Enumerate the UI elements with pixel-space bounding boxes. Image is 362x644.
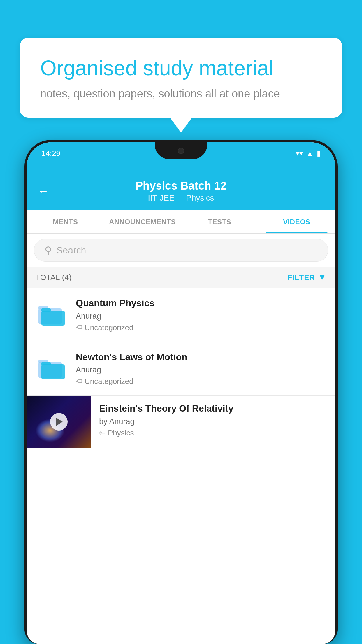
- video-title: Quantum Physics: [76, 297, 326, 309]
- play-button[interactable]: [50, 413, 68, 430]
- signal-icon: ▲: [306, 149, 313, 158]
- phone-inner: 14:29 ▾▾ ▲ ▮ ← Physics Batch 12 IIT JEE: [27, 142, 335, 644]
- speech-bubble-container: Organised study material notes, question…: [20, 38, 342, 118]
- video-author: Anurag: [76, 312, 326, 321]
- back-button[interactable]: ←: [37, 184, 49, 197]
- svg-rect-2: [41, 311, 65, 326]
- tag-icon: 🏷: [76, 378, 82, 385]
- tag-label: Uncategorized: [85, 377, 133, 386]
- video-author: Anurag: [76, 365, 326, 374]
- tag-label: Uncategorized: [85, 323, 133, 332]
- filter-label: FILTER: [287, 273, 315, 282]
- svg-rect-7: [41, 362, 51, 365]
- search-bar[interactable]: ⚲ Search: [34, 239, 328, 262]
- tag-icon: 🏷: [76, 324, 82, 331]
- header-subtitle: IIT JEE Physics: [145, 193, 217, 203]
- folder-icon-wrapper: [36, 352, 68, 384]
- video-tag: 🏷 Uncategorized: [76, 323, 326, 332]
- video-title: Newton's Laws of Motion: [76, 351, 326, 363]
- tag-label: Physics: [108, 428, 134, 438]
- notch-bar: 14:29 ▾▾ ▲ ▮: [27, 142, 335, 172]
- header-subtitle-iitjee: IIT JEE: [148, 193, 174, 202]
- speech-bubble-title: Organised study material: [40, 55, 322, 80]
- video-title: Einstein's Theory Of Relativity: [99, 402, 328, 415]
- filter-row: TOTAL (4) FILTER ▼: [27, 267, 335, 288]
- wifi-icon: ▾▾: [296, 149, 303, 158]
- speech-bubble: Organised study material notes, question…: [20, 38, 342, 118]
- video-list: Quantum Physics Anurag 🏷 Uncategorized: [27, 288, 335, 448]
- speech-bubble-subtitle: notes, question papers, solutions all at…: [40, 88, 322, 100]
- status-icons: ▾▾ ▲ ▮: [296, 149, 321, 158]
- tag-icon: 🏷: [99, 429, 106, 437]
- camera-dot: [178, 148, 184, 154]
- svg-rect-3: [41, 308, 51, 312]
- folder-icon: [38, 357, 65, 380]
- list-item[interactable]: Quantum Physics Anurag 🏷 Uncategorized: [27, 288, 335, 342]
- phone-frame: 14:29 ▾▾ ▲ ▮ ← Physics Batch 12 IIT JEE: [24, 140, 338, 644]
- notch-bump: [155, 142, 207, 159]
- folder-icon: [38, 303, 65, 326]
- filter-button[interactable]: FILTER ▼: [287, 273, 326, 282]
- battery-icon: ▮: [317, 149, 321, 158]
- tab-tests[interactable]: TESTS: [181, 210, 258, 233]
- video-thumbnail: [27, 396, 91, 448]
- filter-icon: ▼: [318, 273, 326, 282]
- header-title: Physics Batch 12: [136, 180, 227, 192]
- video-author: by Anurag: [99, 417, 328, 426]
- video-info-right: Einstein's Theory Of Relativity by Anura…: [91, 396, 335, 444]
- tabs-bar: MENTS ANNOUNCEMENTS TESTS VIDEOS: [27, 210, 335, 234]
- video-info: Quantum Physics Anurag 🏷 Uncategorized: [76, 297, 326, 332]
- app-header: ← Physics Batch 12 IIT JEE Physics: [27, 172, 335, 210]
- search-bar-container: ⚲ Search: [27, 234, 335, 267]
- tab-announcements[interactable]: ANNOUNCEMENTS: [104, 210, 181, 233]
- video-tag: 🏷 Uncategorized: [76, 377, 326, 386]
- svg-rect-6: [41, 364, 65, 379]
- list-item[interactable]: Einstein's Theory Of Relativity by Anura…: [27, 396, 335, 448]
- tab-videos[interactable]: VIDEOS: [258, 210, 335, 233]
- video-info: Newton's Laws of Motion Anurag 🏷 Uncateg…: [76, 351, 326, 386]
- video-tag: 🏷 Physics: [99, 428, 328, 438]
- total-count: TOTAL (4): [36, 273, 72, 282]
- search-icon: ⚲: [45, 244, 52, 256]
- status-time: 14:29: [41, 149, 60, 158]
- folder-icon-wrapper: [36, 299, 68, 331]
- play-triangle-icon: [56, 418, 63, 426]
- list-item[interactable]: Newton's Laws of Motion Anurag 🏷 Uncateg…: [27, 342, 335, 396]
- tab-ments[interactable]: MENTS: [27, 210, 104, 233]
- header-subtitle-physics: Physics: [186, 193, 214, 202]
- search-placeholder: Search: [57, 245, 86, 256]
